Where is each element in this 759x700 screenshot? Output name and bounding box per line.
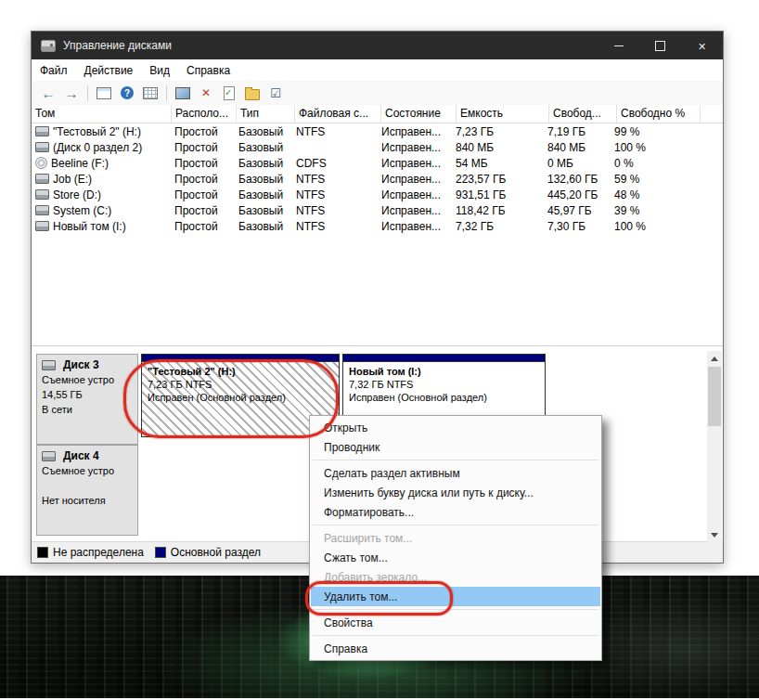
- context-menu-item[interactable]: Проводник: [311, 437, 600, 457]
- disk-detail: Съемное устро: [42, 465, 133, 477]
- disk-icon: [42, 451, 56, 461]
- volume-name: Store (D:): [53, 188, 101, 201]
- drive-icon: [35, 142, 49, 152]
- volume-cell: 840 МБ: [452, 139, 544, 155]
- column-header-7[interactable]: Свобод...: [549, 105, 617, 123]
- scrollbar-thumb[interactable]: [708, 367, 721, 426]
- volume-row[interactable]: Store (D:)ПростойБазовыйNTFSИсправен...9…: [32, 187, 723, 202]
- title-bar: Управление дисками: [32, 32, 723, 59]
- volume-row[interactable]: "Тестовый 2" (H:)ПростойБазовыйNTFSИспра…: [32, 123, 723, 139]
- context-menu-item[interactable]: Сделать раздел активным: [311, 463, 600, 483]
- volume-name: Новый том (I:): [53, 220, 126, 233]
- toolbar-button-table[interactable]: [139, 83, 161, 103]
- volume-cell: [292, 139, 378, 155]
- volume-cell: 931,51 ГБ: [452, 187, 544, 202]
- disk-header: Диск 3: [42, 358, 133, 371]
- volume-table-header: ТомРасполо...ТипФайловая с...СостояниеЕм…: [32, 105, 723, 123]
- window-controls: [598, 32, 723, 59]
- column-header-5[interactable]: Состояние: [381, 105, 457, 123]
- toolbar-button-doc-check[interactable]: [218, 83, 240, 103]
- volume-cell: Простой: [171, 123, 235, 139]
- close-button[interactable]: [681, 32, 723, 59]
- volume-row[interactable]: System (C:)ПростойБазовыйNTFSИсправен...…: [32, 202, 723, 218]
- maximize-icon: [655, 41, 665, 51]
- partition-status: Исправен (Основной раздел): [349, 392, 539, 403]
- disk-detail: 14,55 ГБ: [42, 389, 133, 401]
- drive-icon: [35, 189, 49, 200]
- column-header-2[interactable]: Располо...: [172, 105, 237, 123]
- toolbar-button-delete[interactable]: [195, 83, 217, 103]
- context-menu-item[interactable]: Форматировать...: [311, 502, 600, 522]
- legend-label: Основной раздел: [171, 546, 261, 559]
- context-menu-item[interactable]: Справка: [311, 639, 600, 658]
- partition-size: 7,32 ГБ NTFS: [349, 379, 539, 390]
- volume-row[interactable]: Beeline (F:)ПростойБазовыйCDFSИсправен..…: [32, 155, 723, 171]
- delete-icon: [201, 86, 211, 99]
- menubar-item-3[interactable]: Вид: [141, 59, 178, 81]
- menu-bar: ФайлДействиеВидСправка: [32, 59, 723, 81]
- menubar-item-2[interactable]: Действие: [76, 59, 142, 81]
- column-header-8[interactable]: Свободно %: [617, 105, 701, 123]
- context-menu-item[interactable]: Изменить букву диска или путь к диску...: [311, 483, 600, 502]
- toolbar-button-help[interactable]: [116, 83, 138, 103]
- minimize-icon: [614, 45, 624, 46]
- screen-icon: [175, 87, 190, 99]
- volume-name: Beeline (F:): [51, 157, 109, 170]
- drive-icon: [35, 221, 49, 231]
- partition-color-band: [142, 355, 339, 362]
- context-menu-item[interactable]: Свойства: [311, 613, 600, 632]
- disk-info-panel[interactable]: Диск 4Съемное устроНет носителя: [36, 445, 138, 536]
- context-menu-item[interactable]: Добавить зеркало...: [311, 567, 600, 587]
- volume-row[interactable]: Job (E:)ПростойБазовыйNTFSИсправен...223…: [32, 171, 723, 187]
- volume-cell: Базовый: [235, 123, 292, 139]
- column-header-1[interactable]: Том: [32, 105, 172, 123]
- scroll-down-button[interactable]: [707, 527, 722, 542]
- volume-cell: NTFS: [292, 171, 378, 187]
- volume-cell: Простой: [171, 218, 235, 234]
- toolbar-button-console[interactable]: [93, 83, 115, 103]
- menubar-item-4[interactable]: Справка: [178, 59, 238, 81]
- volume-cell: Beeline (F:): [32, 155, 171, 171]
- column-header-6[interactable]: Емкость: [457, 105, 549, 123]
- doc-check-icon: [224, 86, 235, 100]
- drive-icon: [35, 126, 49, 136]
- column-header-4[interactable]: Файловая с...: [295, 105, 381, 123]
- toolbar-button-screen[interactable]: [172, 83, 194, 103]
- volume-cell: Простой: [171, 187, 235, 202]
- volume-cell: Исправен...: [378, 123, 452, 139]
- disk-pane-scrollbar[interactable]: [707, 351, 722, 542]
- menubar-item-1[interactable]: Файл: [32, 59, 76, 81]
- volume-cell: NTFS: [292, 187, 378, 202]
- disk-info-panel[interactable]: Диск 3Съемное устро14,55 ГБВ сети: [36, 354, 138, 445]
- context-menu-item[interactable]: Открыть: [311, 418, 600, 437]
- toolbar-button-list-check[interactable]: [264, 83, 287, 103]
- volume-cell: Простой: [171, 139, 235, 155]
- menu-separator: [313, 460, 598, 460]
- volume-row[interactable]: (Диск 0 раздел 2)ПростойБазовыйИсправен.…: [32, 139, 723, 155]
- volume-cell: 48 %: [611, 187, 693, 202]
- context-menu-item[interactable]: Удалить том...: [311, 587, 600, 606]
- console-icon: [96, 87, 111, 99]
- column-header-3[interactable]: Тип: [237, 105, 295, 123]
- context-menu-item[interactable]: Расширить том...: [311, 528, 600, 548]
- minimize-button[interactable]: [598, 32, 639, 59]
- context-menu-item[interactable]: Сжать том...: [311, 548, 600, 567]
- maximize-button[interactable]: [639, 32, 681, 59]
- toolbar-button-forward[interactable]: [60, 83, 83, 103]
- volume-cell: NTFS: [292, 218, 378, 234]
- legend-swatch: [37, 547, 48, 558]
- scroll-up-button[interactable]: [707, 351, 722, 366]
- volume-row[interactable]: Новый том (I:)ПростойБазовыйNTFSИсправен…: [32, 218, 723, 234]
- disk-detail: Съемное устро: [42, 374, 133, 386]
- volume-cell: 7,23 ГБ: [452, 123, 544, 139]
- partition-name: Новый том (I:): [349, 366, 539, 377]
- disk-name: Диск 4: [63, 449, 99, 462]
- volume-cell: Базовый: [235, 187, 292, 202]
- toolbar-button-folder-up[interactable]: [241, 83, 264, 103]
- volume-name: Job (E:): [53, 173, 92, 186]
- app-icon: [41, 40, 56, 52]
- toolbar-button-back[interactable]: [37, 83, 59, 103]
- volume-cell: System (C:): [32, 202, 171, 218]
- volume-cell: Базовый: [235, 139, 292, 155]
- volume-cell: Базовый: [235, 171, 292, 187]
